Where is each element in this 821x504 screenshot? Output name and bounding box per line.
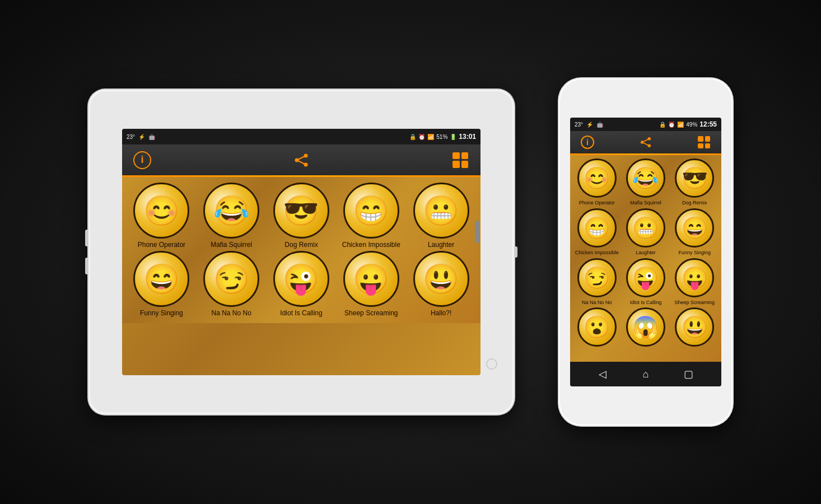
emoji-chicken-impossible: 😁 xyxy=(343,183,399,239)
power-button[interactable] xyxy=(514,246,517,258)
list-item[interactable]: 😎 Dog Remix xyxy=(671,158,718,206)
tablet-status-bar: 23° ⚡ 🤖 🔒 ⏰ 📶 51% 🔋 13:01 xyxy=(122,129,481,144)
svg-line-8 xyxy=(642,139,650,142)
tablet-time: 13:01 xyxy=(459,133,476,141)
phone-android-icon: 🤖 xyxy=(596,122,603,128)
phone-emoji-phone-operator: 😊 xyxy=(577,158,617,198)
emoji-label: Idiot Is Calling xyxy=(280,309,322,317)
phone-recent-button[interactable]: ▢ xyxy=(681,366,697,382)
list-item[interactable]: 😏 Na Na No No xyxy=(198,251,265,317)
list-item[interactable]: 😛 Sheep Screaming xyxy=(671,258,718,306)
emoji-phone-operator: 😊 xyxy=(133,183,189,239)
list-item[interactable]: 😱 xyxy=(622,307,669,349)
tablet-signal: 51% xyxy=(436,134,447,140)
emoji-label: Funny Singing xyxy=(140,309,183,317)
phone-status-bar: 23° ⚡ 🤖 🔒 ⏰ 📶 49% 12:55 xyxy=(570,118,721,131)
phone-info-icon: i xyxy=(581,136,594,149)
tablet-grid-button[interactable] xyxy=(449,149,472,171)
list-item[interactable]: 😊 Phone Operator xyxy=(128,183,195,249)
phone-screen: 23° ⚡ 🤖 🔒 ⏰ 📶 49% 12:55 i xyxy=(570,118,721,386)
phone-temp: 23° xyxy=(575,122,583,128)
phone-home-button[interactable]: ⌂ xyxy=(638,366,654,382)
list-item[interactable]: 😬 Laughter xyxy=(622,208,669,256)
list-item[interactable]: 😄 Funny Singing xyxy=(671,208,718,256)
tablet-lock-icon: 🔒 xyxy=(409,134,416,140)
emoji-sheep-screaming: 😛 xyxy=(343,251,399,307)
list-item[interactable]: 😬 Laughter xyxy=(407,183,475,249)
list-item[interactable]: 😂 Mafia Squirrel xyxy=(198,183,265,249)
svg-point-7 xyxy=(648,144,651,148)
tablet-temp: 23° xyxy=(127,134,135,140)
tablet-alarm-icon: ⏰ xyxy=(418,134,425,140)
emoji-label: Chicken Impossible xyxy=(342,241,400,249)
volume-down-button[interactable] xyxy=(85,258,88,274)
emoji-label: Sheep Screaming xyxy=(675,300,715,306)
tablet-power-button xyxy=(514,246,517,258)
phone-emoji-row4-2: 😱 xyxy=(626,307,665,347)
phone-back-button[interactable]: ◁ xyxy=(595,366,610,382)
emoji-label: Hallo?! xyxy=(431,309,451,317)
volume-up-button[interactable] xyxy=(85,230,88,246)
list-item[interactable]: 😜 Idiot Is Calling xyxy=(622,258,669,306)
svg-line-4 xyxy=(297,160,306,165)
tablet-grid-area: 😊 Phone Operator 😂 Mafia Squirrel 😎 Dog … xyxy=(122,177,481,323)
emoji-label: Dog Remix xyxy=(284,241,318,249)
phone-nav-bar: ◁ ⌂ ▢ xyxy=(570,362,721,386)
phone-usb-icon: ⚡ xyxy=(586,122,593,128)
phone-time: 12:55 xyxy=(699,120,717,128)
emoji-label: Phone Operator xyxy=(579,200,615,206)
emoji-hallo: 😃 xyxy=(413,251,469,307)
phone-info-button[interactable]: i xyxy=(579,134,596,151)
share-icon xyxy=(293,152,309,168)
phone-lock-icon: 🔒 xyxy=(659,122,666,128)
grid-icon xyxy=(453,152,468,168)
phone-emoji-idiot-calling: 😜 xyxy=(626,258,665,297)
tablet: 23° ⚡ 🤖 🔒 ⏰ 📶 51% 🔋 13:01 i xyxy=(88,90,514,414)
phone-grid-button[interactable] xyxy=(696,134,712,151)
emoji-label: Na Na No No xyxy=(212,309,251,317)
phone-battery: 49% xyxy=(686,122,697,128)
list-item[interactable]: 😛 Sheep Screaming xyxy=(337,251,405,317)
tablet-speaker xyxy=(486,358,497,370)
list-item[interactable]: 😃 xyxy=(671,307,718,349)
emoji-label: Funny Singing xyxy=(679,250,711,256)
list-item[interactable]: 😜 Idiot Is Calling xyxy=(268,251,335,317)
tablet-emoji-grid: 😊 Phone Operator 😂 Mafia Squirrel 😎 Dog … xyxy=(122,177,481,323)
phone-status-right: 🔒 ⏰ 📶 49% 12:55 xyxy=(659,120,717,128)
phone: 23° ⚡ 🤖 🔒 ⏰ 📶 49% 12:55 i xyxy=(559,78,733,426)
phone-emoji-funny-singing: 😄 xyxy=(675,208,714,248)
phone-app-bar: i xyxy=(570,131,721,153)
phone-alarm-icon: ⏰ xyxy=(668,122,675,128)
list-item[interactable]: 😁 Chicken Impossible xyxy=(337,183,405,249)
emoji-label: Laughter xyxy=(636,250,656,256)
phone-share-button[interactable] xyxy=(637,134,654,151)
emoji-dog-remix: 😎 xyxy=(273,183,329,239)
emoji-label: Na Na No No xyxy=(582,300,612,306)
emoji-label: Mafia Squirrel xyxy=(630,200,661,206)
svg-point-5 xyxy=(648,137,651,141)
list-item[interactable]: 😂 Mafia Squirrel xyxy=(622,158,669,206)
emoji-label: Dog Remix xyxy=(682,200,707,206)
emoji-label: Phone Operator xyxy=(138,241,185,249)
list-item[interactable]: 😏 Na Na No No xyxy=(573,258,620,306)
svg-line-3 xyxy=(297,156,306,160)
scroll-indicator[interactable] xyxy=(475,221,479,243)
list-item[interactable]: 😃 Hallo?! xyxy=(407,251,475,317)
list-item[interactable]: 😊 Phone Operator xyxy=(573,158,620,206)
phone-emoji-dog-remix: 😎 xyxy=(675,158,714,198)
tablet-battery-icon: 🔋 xyxy=(450,134,456,140)
tablet-volume-buttons xyxy=(85,230,88,274)
tablet-info-button[interactable]: i xyxy=(131,149,153,171)
tablet-screen: 23° ⚡ 🤖 🔒 ⏰ 📶 51% 🔋 13:01 i xyxy=(122,129,481,375)
tablet-share-button[interactable] xyxy=(290,149,312,171)
phone-emoji-chicken-impossible: 😁 xyxy=(577,208,617,248)
emoji-idiot-calling: 😜 xyxy=(273,251,329,307)
svg-line-9 xyxy=(642,142,650,146)
list-item[interactable]: 😮 xyxy=(573,307,620,349)
list-item[interactable]: 😁 Chicken Impossible xyxy=(573,208,620,256)
list-item[interactable]: 😄 Funny Singing xyxy=(128,251,195,317)
list-item[interactable]: 😎 Dog Remix xyxy=(268,183,335,249)
info-icon: i xyxy=(133,151,151,169)
emoji-label: Laughter xyxy=(428,241,454,249)
emoji-label: Chicken Impossible xyxy=(575,250,619,256)
